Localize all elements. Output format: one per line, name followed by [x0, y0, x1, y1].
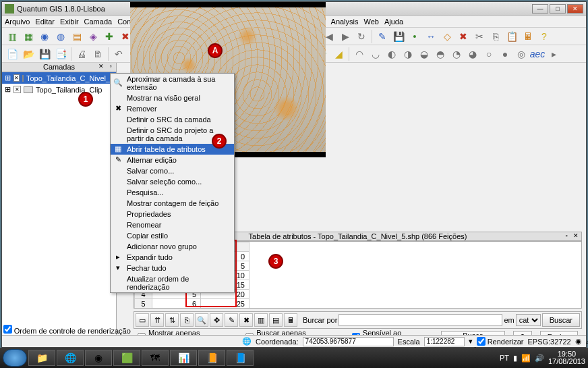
more-icon[interactable]: ▸	[546, 47, 561, 61]
tray-network-icon[interactable]: 📶	[521, 354, 531, 363]
attr-float-icon[interactable]: ▫	[562, 232, 570, 240]
menu-editar[interactable]: Editar	[35, 18, 55, 26]
search-field-select[interactable]: cat	[516, 314, 541, 326]
task-chrome[interactable]: ◉	[85, 350, 112, 366]
save-edits-icon[interactable]: 💾	[391, 29, 406, 44]
context-menu-item[interactable]: Atualizar ordem de renderização	[111, 273, 234, 292]
attr-calc-icon[interactable]: 🖩	[284, 313, 297, 327]
add-csv-icon[interactable]: ▤	[69, 29, 84, 44]
digitize3-icon[interactable]: ◐	[384, 47, 399, 61]
context-menu-item[interactable]: ▸Expandir tudo	[111, 252, 234, 263]
attr-zoom-icon[interactable]: 🔍	[195, 313, 208, 327]
file-open-icon[interactable]: 📂	[21, 47, 36, 61]
add-db-icon[interactable]: ◉	[37, 29, 52, 44]
crs-icon[interactable]: ◉	[575, 337, 582, 346]
menu-web[interactable]: Web	[364, 18, 379, 26]
cut-icon[interactable]: ✂	[472, 29, 487, 44]
refresh-icon[interactable]: ↻	[354, 29, 369, 44]
add-wms-icon[interactable]: ◍	[53, 29, 68, 44]
task-qgis[interactable]: 🗺	[142, 350, 169, 366]
minimize-button[interactable]: —	[532, 4, 548, 14]
menu-camada[interactable]: Camada	[84, 18, 113, 26]
add-spatialite-icon[interactable]: ◈	[86, 29, 100, 44]
digitize6-icon[interactable]: ◓	[433, 47, 448, 61]
help-icon[interactable]: ?	[537, 29, 552, 44]
tray-flag-icon[interactable]: ▮	[513, 354, 517, 363]
layer-item[interactable]: ⊞ ✕ Topo_Tailandia_C_Nivel_5.shp	[2, 72, 116, 84]
context-menu-item[interactable]: Propriedades	[111, 209, 234, 219]
menu-analysis[interactable]: Analysis	[331, 18, 359, 26]
context-menu-item[interactable]: Salvar seleção como...	[111, 176, 234, 187]
arc-icon[interactable]: aec	[530, 47, 545, 61]
task-ppt[interactable]: 📙	[198, 350, 225, 366]
table-row[interactable]: 5625	[135, 299, 249, 309]
context-menu-item[interactable]: ▾Fechar tudo	[111, 263, 234, 273]
digitize11-icon[interactable]: ◎	[514, 47, 529, 61]
layer-item[interactable]: ⊞ ✕ Topo_Tailandia_Clip	[2, 84, 116, 95]
context-menu-item[interactable]: Adicionar novo grupo	[111, 241, 234, 252]
zoom-next-icon[interactable]: ▶	[338, 29, 353, 44]
globe-icon[interactable]: 🌐	[242, 337, 252, 346]
layer-checkbox[interactable]: ✕	[13, 74, 20, 82]
digitize5-icon[interactable]: ◒	[417, 47, 432, 61]
new-layer-icon[interactable]: ✚	[102, 29, 117, 44]
tray-clock[interactable]: 19:5017/08/2013	[548, 350, 585, 365]
attr-delcol-icon[interactable]: ▤	[269, 313, 283, 327]
layer-checkbox[interactable]: ✕	[13, 86, 21, 93]
digitize4-icon[interactable]: ◑	[401, 47, 415, 61]
context-menu-item[interactable]: Copiar estilo	[111, 230, 234, 241]
label2-icon[interactable]: ◢	[331, 47, 346, 61]
file-save-icon[interactable]: 💾	[37, 47, 52, 61]
task-app1[interactable]: 🟩	[113, 350, 140, 366]
digitize9-icon[interactable]: ○	[481, 47, 496, 61]
file-new-icon[interactable]: 📄	[5, 47, 20, 61]
copy-icon[interactable]: ⎘	[488, 29, 503, 44]
attr-copy-icon[interactable]: ⎘	[180, 313, 194, 327]
file-saveas-icon[interactable]: 📑	[53, 47, 68, 61]
cell-cat[interactable]: 6	[152, 299, 201, 309]
task-word[interactable]: 📘	[227, 350, 254, 366]
digitize7-icon[interactable]: ◔	[449, 47, 464, 61]
attr-invert-icon[interactable]: ⇅	[165, 313, 179, 327]
add-feature-icon[interactable]: •	[407, 29, 422, 44]
menu-arquivo[interactable]: Arquivo	[5, 18, 30, 26]
edit-toggle-icon[interactable]: ✎	[375, 29, 390, 44]
search-button[interactable]: Buscar	[542, 313, 580, 327]
system-tray[interactable]: PT ▮ 📶 🔊 19:5017/08/2013	[500, 350, 585, 365]
scale-dropdown-icon[interactable]: ▾	[469, 337, 473, 346]
start-button[interactable]	[3, 349, 27, 367]
expand-icon[interactable]: ⊞	[5, 74, 11, 82]
attr-close-icon[interactable]: ✕	[572, 232, 580, 240]
context-menu-item[interactable]: Salvar como...	[111, 165, 234, 176]
task-app3[interactable]: 📊	[170, 350, 197, 366]
digitize10-icon[interactable]: ●	[498, 47, 512, 61]
coord-input[interactable]	[303, 337, 394, 346]
context-menu-item[interactable]: Pesquisa...	[111, 187, 234, 198]
attr-newcol-icon[interactable]: ▥	[254, 313, 268, 327]
close-button[interactable]: ✕	[567, 4, 583, 14]
attr-move-top-icon[interactable]: ⇈	[150, 313, 164, 327]
panel-float-icon[interactable]: ▫	[107, 63, 115, 71]
tray-lang[interactable]: PT	[500, 354, 509, 362]
render-checkbox[interactable]: Renderizar	[477, 337, 524, 346]
context-menu-item[interactable]: ✎Alternar edição	[111, 155, 234, 165]
cell-level[interactable]: 25	[201, 299, 249, 309]
composer-icon[interactable]: 🗎	[90, 47, 105, 61]
undo-icon[interactable]: ↶	[111, 47, 126, 61]
task-ie[interactable]: 🌐	[57, 350, 84, 366]
maximize-button[interactable]: □	[550, 4, 566, 14]
search-input[interactable]	[339, 314, 502, 326]
attr-toggle-edit-icon[interactable]: ✎	[225, 313, 238, 327]
context-menu-item[interactable]: Renomear	[111, 219, 234, 230]
digitize2-icon[interactable]: ◡	[368, 47, 383, 61]
delete-icon[interactable]: ✖	[456, 29, 471, 44]
render-order-checkbox[interactable]: Ordem de controle de renderização	[3, 325, 131, 335]
add-raster-icon[interactable]: ▦	[21, 29, 36, 44]
expand-icon[interactable]: ⊞	[5, 85, 11, 94]
scale-input[interactable]	[424, 337, 465, 346]
menu-ajuda[interactable]: Ajuda	[384, 18, 403, 26]
context-menu-item[interactable]: Definir o SRC da camada	[111, 114, 234, 125]
task-explorer[interactable]: 📁	[28, 350, 55, 366]
attr-delete-icon[interactable]: ✖	[239, 313, 253, 327]
row-header[interactable]: 5	[135, 299, 152, 309]
